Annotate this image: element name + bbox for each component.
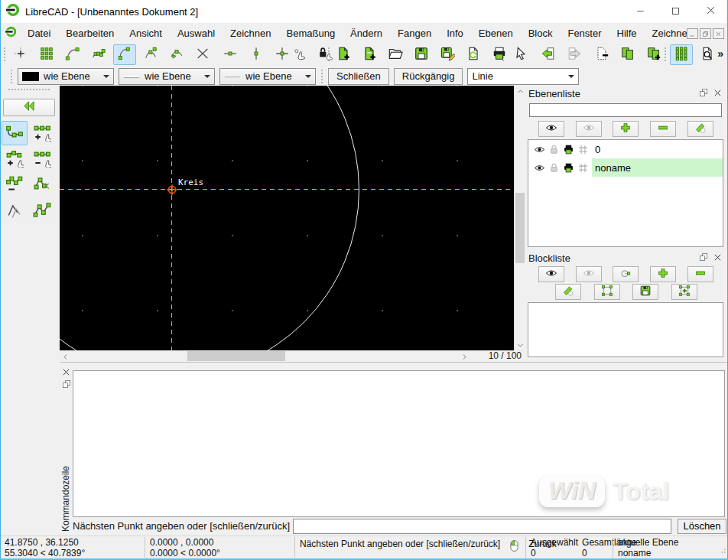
construction-toggle-icon[interactable]: [576, 161, 590, 174]
zoom-page-button[interactable]: [696, 44, 719, 65]
grid-toggle-button[interactable]: [670, 44, 693, 65]
close-window-button[interactable]: [590, 44, 613, 65]
scroll-up-button[interactable]: [515, 86, 525, 96]
menu-auswahl[interactable]: Auswahl: [170, 24, 223, 42]
new-window-button[interactable]: [642, 44, 665, 65]
maximize-button[interactable]: [658, 0, 693, 23]
menu-fenster[interactable]: Fenster: [560, 24, 609, 42]
print-button[interactable]: [488, 44, 511, 65]
new-from-template-button[interactable]: [358, 44, 381, 65]
horizontal-scroll-thumb[interactable]: [187, 351, 285, 361]
cascade-window-button[interactable]: [616, 44, 639, 65]
menu-zeichnen[interactable]: Zeichnen: [223, 24, 278, 42]
command-input[interactable]: [293, 519, 671, 534]
print-preview-button[interactable]: [462, 44, 485, 65]
snap-intersection-button[interactable]: [191, 44, 214, 65]
float-panel-button[interactable]: [697, 87, 710, 99]
close-button[interactable]: [693, 0, 728, 23]
save-as-button[interactable]: [436, 44, 459, 65]
eye-toggle-icon[interactable]: [532, 161, 547, 174]
create-block-button[interactable]: [613, 266, 639, 282]
drawing-canvas[interactable]: Kreis: [60, 86, 514, 350]
layer-row[interactable]: noname: [528, 158, 723, 177]
snap-free-button[interactable]: [9, 44, 32, 65]
tools-back-button[interactable]: [3, 99, 55, 116]
mdi-close-button[interactable]: [713, 28, 724, 39]
menu-bearbeiten[interactable]: Bearbeiten: [58, 24, 122, 42]
float-panel-button[interactable]: [61, 379, 71, 389]
polyline-append-node-button[interactable]: [2, 147, 28, 171]
tool-select[interactable]: Linie: [467, 68, 579, 85]
close-panel-button[interactable]: [711, 87, 723, 99]
construction-toggle-icon[interactable]: [576, 143, 590, 155]
pen-style-select[interactable]: wie Ebene: [219, 68, 316, 85]
toolbar-grip[interactable]: [3, 47, 6, 63]
vertical-scroll-thumb[interactable]: [515, 193, 525, 263]
menu-ndern[interactable]: Ändern: [343, 24, 390, 42]
toolbar-grip[interactable]: [320, 69, 323, 84]
menu-fangen[interactable]: Fangen: [390, 24, 439, 42]
scroll-down-button[interactable]: [515, 340, 525, 350]
remove-layer-button[interactable]: [650, 121, 676, 137]
snap-middle-button[interactable]: [139, 44, 162, 65]
redo-button[interactable]: [563, 44, 586, 65]
horizontal-scrollbar[interactable]: [60, 350, 470, 362]
close-panel-button[interactable]: [61, 367, 71, 377]
snap-entity-button[interactable]: [87, 44, 110, 65]
edit-block-attributes-button[interactable]: [555, 284, 581, 300]
mdi-restore-button[interactable]: [700, 28, 711, 39]
polyline-delete-node-button[interactable]: [29, 147, 55, 171]
polyline-delete-between-button[interactable]: [2, 173, 28, 197]
hide-all-blocks-button[interactable]: [576, 266, 602, 282]
remove-block-button[interactable]: [687, 266, 713, 282]
snap-distance-button[interactable]: [165, 44, 188, 65]
lock-toggle-icon[interactable]: [547, 161, 561, 174]
menu-block[interactable]: Block: [521, 24, 561, 42]
edit-block-button[interactable]: [594, 284, 620, 300]
lock-toggle-icon[interactable]: [547, 143, 561, 155]
clear-command-button[interactable]: Löschen: [678, 519, 726, 534]
polyline-trim-button[interactable]: [29, 173, 55, 197]
polyline-equidistant-button[interactable]: [2, 199, 28, 223]
add-layer-button[interactable]: [613, 121, 639, 137]
menu-ebenen[interactable]: Ebenen: [471, 24, 521, 42]
layer-filter-input[interactable]: [529, 103, 722, 117]
print-toggle-icon[interactable]: [561, 161, 576, 174]
save-document-button[interactable]: [410, 44, 433, 65]
toolbar-grip[interactable]: [10, 69, 13, 84]
undo-button[interactable]: [537, 44, 560, 65]
snap-center-button[interactable]: [113, 44, 136, 65]
minimize-button[interactable]: [622, 0, 658, 23]
new-document-button[interactable]: [332, 44, 355, 65]
polyline-add-node-button[interactable]: [29, 121, 55, 145]
mdi-minimize-button[interactable]: [687, 28, 698, 39]
pen-width-select[interactable]: wie Ebene: [119, 68, 215, 85]
show-all-blocks-button[interactable]: [538, 266, 564, 282]
print-toggle-icon[interactable]: [561, 143, 576, 155]
pen-color-select[interactable]: wie Ebene: [18, 68, 114, 85]
eye-toggle-icon[interactable]: [532, 143, 547, 155]
open-document-button[interactable]: [384, 44, 407, 65]
show-all-layers-button[interactable]: [538, 121, 564, 137]
insert-block-button[interactable]: [671, 284, 697, 300]
set-relative-zero-button[interactable]: [288, 44, 310, 65]
resize-grip[interactable]: [717, 536, 728, 558]
float-panel-button[interactable]: [697, 252, 710, 264]
menu-info[interactable]: Info: [439, 24, 471, 42]
toolbar-overflow-button[interactable]: »: [717, 47, 723, 60]
menu-ansicht[interactable]: Ansicht: [122, 24, 170, 42]
polyline-segments-button[interactable]: [29, 199, 55, 223]
vertical-scrollbar[interactable]: [514, 86, 525, 350]
close-panel-button[interactable]: [711, 252, 723, 264]
menu-hilfe[interactable]: Hilfe: [609, 24, 645, 42]
snap-grid-button[interactable]: [35, 44, 58, 65]
restrict-horizontal-button[interactable]: [219, 44, 242, 65]
snap-endpoint-button[interactable]: [61, 44, 84, 65]
menu-datei[interactable]: Datei: [20, 24, 58, 42]
restrict-vertical-button[interactable]: [245, 44, 268, 65]
toolbar-grip[interactable]: [8, 88, 50, 91]
add-block-button[interactable]: [650, 266, 676, 282]
select-pointer-button[interactable]: [509, 44, 532, 65]
polyline-button[interactable]: [2, 121, 28, 145]
hide-all-layers-button[interactable]: [576, 121, 602, 137]
